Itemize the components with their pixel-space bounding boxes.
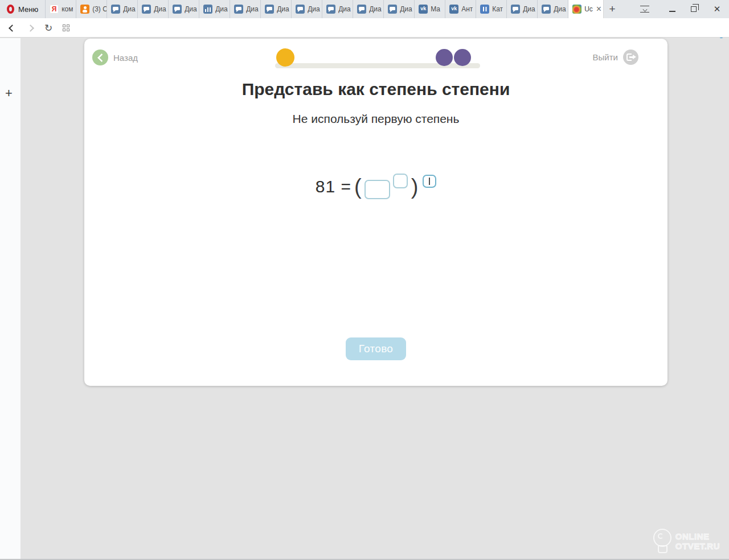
favicon-dialog-icon bbox=[142, 5, 151, 14]
minimize-button[interactable] bbox=[661, 0, 683, 18]
window-close-button[interactable]: ✕ bbox=[705, 0, 729, 18]
favicon-vk-icon bbox=[419, 5, 428, 14]
tab-bar: Меню ком (3) О Диа Диа Диа Диа bbox=[0, 0, 729, 18]
browser-tab[interactable]: Кат bbox=[476, 0, 507, 18]
minimize-icon bbox=[669, 11, 675, 12]
favicon-dialog-icon bbox=[265, 5, 274, 14]
browser-tab[interactable]: Диа bbox=[261, 0, 292, 18]
favicon-dialog-icon bbox=[542, 5, 551, 14]
favicon-dialog-chart-icon bbox=[203, 5, 212, 14]
navigation-toolbar: ↻ uchi.ru/cards/26919 ♡ ↓ bbox=[0, 18, 729, 38]
lesson-card: Назад Выйти Представь как степень степен… bbox=[84, 39, 667, 386]
done-button[interactable]: Готово bbox=[346, 337, 406, 360]
browser-tab[interactable]: Диа bbox=[538, 0, 568, 18]
favicon-dialog-icon bbox=[388, 5, 397, 14]
browser-tab[interactable]: Диа bbox=[292, 0, 322, 18]
lesson-back-button[interactable]: Назад bbox=[92, 50, 138, 65]
favicon-uchi-icon bbox=[572, 5, 581, 14]
browser-tab[interactable]: Диа bbox=[230, 0, 261, 18]
exit-label: Выйти bbox=[593, 52, 618, 62]
reload-button[interactable]: ↻ bbox=[40, 18, 57, 38]
equation-lhs: 81 = bbox=[316, 174, 351, 200]
favicon-ok-icon bbox=[80, 5, 89, 14]
favicon-pause-icon bbox=[480, 5, 489, 14]
tab-close-icon[interactable]: × bbox=[596, 5, 601, 14]
menu-label: Меню bbox=[18, 5, 38, 14]
favicon-dialog-icon bbox=[296, 5, 305, 14]
browser-tab[interactable]: Диа bbox=[169, 0, 199, 18]
task-subtitle: Не используй первую степень bbox=[84, 112, 667, 126]
browser-window: Меню ком (3) О Диа Диа Диа Диа bbox=[0, 0, 729, 560]
browser-sidebar: + bbox=[0, 38, 21, 559]
restore-icon bbox=[691, 6, 697, 12]
speed-dial-button[interactable] bbox=[58, 18, 75, 38]
new-tab-button[interactable]: + bbox=[604, 0, 621, 18]
tab-menu-button[interactable] bbox=[633, 0, 656, 18]
sidebar-add-button[interactable]: + bbox=[5, 86, 13, 101]
inner-exponent-input[interactable] bbox=[393, 174, 408, 188]
lightbulb-icon bbox=[653, 528, 672, 554]
tab-menu-icon bbox=[640, 6, 649, 13]
equation-row: 81 = ( ) bbox=[84, 174, 667, 201]
exit-door-icon bbox=[623, 50, 638, 65]
browser-tab[interactable]: Диа bbox=[138, 0, 169, 18]
close-paren: ) bbox=[411, 174, 419, 200]
page-content: + Назад Выйти Представь как степень степ… bbox=[0, 38, 729, 559]
text-cursor bbox=[429, 178, 430, 185]
browser-tab[interactable]: Диа bbox=[199, 0, 230, 18]
forward-icon bbox=[27, 24, 34, 32]
opera-logo-icon bbox=[7, 5, 14, 14]
browser-tab[interactable]: Диа bbox=[507, 0, 538, 18]
browser-tab[interactable]: (3) О bbox=[76, 0, 107, 18]
favicon-dialog-icon bbox=[511, 5, 520, 14]
browser-tab[interactable]: Диа bbox=[353, 0, 384, 18]
speed-dial-grid-icon bbox=[63, 24, 69, 31]
back-nav-button[interactable] bbox=[3, 18, 21, 38]
base-input[interactable] bbox=[364, 180, 390, 199]
favicon-dialog-icon bbox=[357, 5, 366, 14]
browser-tab[interactable]: Ма bbox=[415, 0, 445, 18]
progress-dot-current bbox=[276, 48, 294, 67]
favicon-dialog-icon bbox=[173, 5, 182, 14]
back-icon bbox=[9, 24, 16, 32]
favicon-vk-icon bbox=[449, 5, 458, 14]
opera-menu-button[interactable]: Меню bbox=[0, 0, 46, 18]
open-paren: ( bbox=[354, 174, 362, 200]
back-label: Назад bbox=[113, 53, 138, 63]
favicon-dialog-icon bbox=[326, 5, 335, 14]
browser-tab[interactable]: ком bbox=[46, 0, 76, 18]
task-title: Представь как степень степени bbox=[84, 80, 667, 99]
browser-tab[interactable]: Диа bbox=[107, 0, 138, 18]
favicon-yandex-icon bbox=[50, 5, 59, 14]
favicon-dialog-icon bbox=[234, 5, 243, 14]
browser-tab[interactable]: Ант bbox=[445, 0, 476, 18]
browser-tab[interactable]: Диа bbox=[322, 0, 353, 18]
reload-icon: ↻ bbox=[44, 22, 52, 34]
browser-tab[interactable]: Диа bbox=[384, 0, 415, 18]
progress-dot-upcoming bbox=[436, 49, 453, 66]
watermark-text: ONLINE OTVET.RU bbox=[675, 532, 720, 551]
lesson-exit-button[interactable]: Выйти bbox=[593, 50, 638, 65]
forward-nav-button[interactable] bbox=[22, 18, 39, 38]
outer-exponent-wrap bbox=[423, 175, 436, 188]
tab-strip: ком (3) О Диа Диа Диа Диа Диа bbox=[46, 0, 604, 18]
back-chevron-icon bbox=[92, 50, 108, 65]
watermark: ONLINE OTVET.RU bbox=[653, 528, 720, 554]
progress-dot-upcoming bbox=[454, 49, 471, 66]
browser-tab[interactable]: Uc × bbox=[568, 0, 604, 18]
restore-button[interactable] bbox=[682, 0, 705, 18]
favicon-dialog-icon bbox=[111, 5, 120, 14]
